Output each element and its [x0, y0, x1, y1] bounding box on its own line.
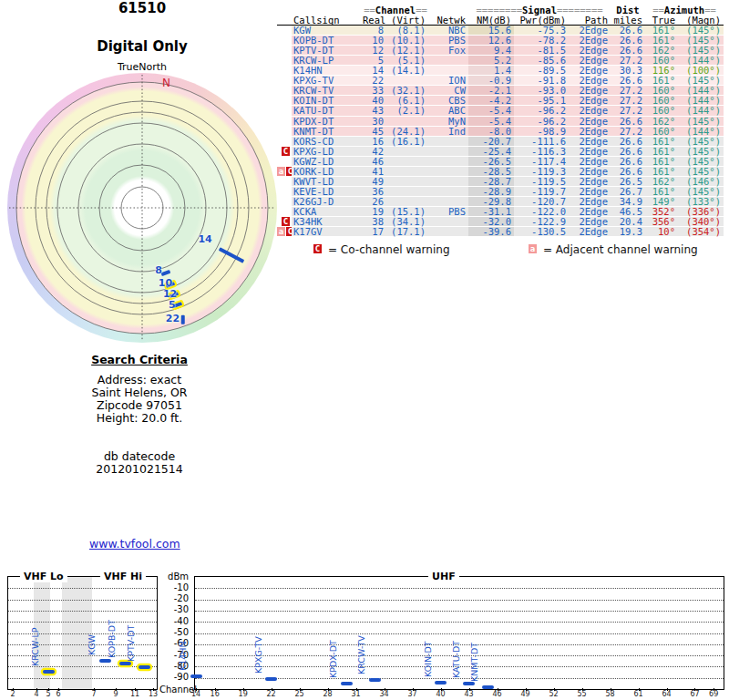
warning-badges: C: [277, 147, 292, 157]
cell-netwk: Ind: [428, 127, 468, 137]
x-axis-tick: [356, 688, 357, 691]
cell-virt: [386, 117, 428, 127]
bar-label-text: KATU-DT: [451, 641, 461, 678]
cell-magn_az: (145°): [678, 137, 724, 147]
cell-true_az: 162°: [645, 117, 678, 127]
x-axis-tick: [94, 688, 95, 691]
x-axis-tick-label: 25: [293, 690, 307, 698]
x-axis-tick-label: 58: [603, 690, 618, 698]
cell-magn_az: (144°): [678, 127, 724, 137]
x-axis-tick-label: 22: [264, 690, 279, 698]
x-axis-tick: [554, 688, 555, 691]
band-label-uhf: UHF: [428, 571, 459, 582]
x-axis-title: Channel: [159, 685, 190, 695]
cell-true_az: 161°: [645, 137, 678, 147]
legend-adjacent-channel-label: = Adjacent channel warning: [543, 243, 698, 256]
gridline: [195, 622, 724, 623]
cell-pwr: -130.5: [514, 227, 569, 237]
x-axis-tick-label: 55: [575, 690, 590, 698]
cell-pwr: -111.6: [514, 137, 569, 147]
search-criteria-block: Search Criteria Address: exact Saint Hel…: [36, 354, 242, 476]
cell-virt: (16.1): [386, 137, 428, 147]
cell-virt: (17.1): [386, 227, 428, 237]
cell-real: 16: [363, 137, 386, 147]
x-axis-tick: [526, 688, 527, 691]
cell-virt: [386, 157, 428, 167]
y-axis-tick-label: -10: [163, 582, 189, 592]
corner: [277, 15, 292, 26]
db-datecode-label: db datecode: [36, 450, 242, 463]
signal-table: ==Channel==========Signal========Dist==A…: [277, 5, 725, 237]
warning-badges: aC: [277, 167, 292, 177]
x-axis-tick: [58, 688, 59, 691]
warning-badges: aC: [277, 227, 292, 237]
y-axis-tick-label: -20: [163, 593, 189, 603]
signal-bar-krcw-lp: [43, 670, 55, 674]
cell-pwr: -96.2: [514, 117, 569, 127]
cell-callsign: KNMT-DT: [292, 127, 363, 137]
cell-netwk: [428, 157, 468, 167]
tvfool-link[interactable]: www.tvfool.com: [89, 537, 180, 551]
cell-netwk: [428, 227, 468, 237]
bar-label-text: K14HN: [178, 642, 188, 672]
signal-bar-kpdx-dt: [341, 682, 353, 685]
cell-netwk: [428, 137, 468, 147]
report-id-title: 61510: [0, 0, 284, 16]
x-axis-tick: [413, 688, 414, 691]
bar-label-text: KOIN-DT: [423, 641, 433, 677]
band-label-vhf-lo: VHF Lo: [20, 571, 67, 582]
radar-tick-marker-ch22: [181, 315, 185, 324]
gridline: [195, 678, 724, 679]
x-axis-tick: [215, 688, 216, 691]
cell-nm: -5.4: [468, 117, 514, 127]
bar-label-text: KPDX-DT: [328, 640, 338, 678]
x-axis-tick: [667, 688, 668, 691]
warning-badges: [277, 56, 292, 66]
y-axis-tick-label: -60: [163, 638, 189, 648]
x-axis-tick-label: 43: [462, 690, 477, 698]
gridline: [195, 666, 724, 667]
radar-marker-label-ch14: 14: [198, 233, 211, 245]
cell-miles: 26.6: [611, 117, 645, 127]
gridline: [195, 655, 724, 656]
x-axis-tick-label: 5: [41, 690, 56, 698]
bar-label-text: KRCW-TV: [356, 636, 366, 675]
cell-path: 2Edge: [569, 137, 611, 147]
x-axis-tick-label: 64: [660, 690, 674, 698]
x-axis-tick: [48, 688, 49, 691]
x-axis-tick-label: 61: [631, 690, 646, 698]
gridline: [195, 611, 724, 612]
cell-magn_az: (145°): [678, 117, 724, 127]
cell-real: 45: [363, 127, 386, 137]
x-axis-tick-label: 6: [51, 690, 66, 698]
bar-label-text: KGW: [87, 634, 97, 655]
x-axis-tick-label: 49: [519, 690, 533, 698]
legend-adjacent-channel: a= Adjacent channel warning: [529, 243, 698, 256]
cell-true_az: 10°: [645, 227, 678, 237]
x-axis-tick: [300, 688, 301, 691]
gridline: [8, 644, 157, 645]
co-channel-warning-icon: C: [282, 217, 290, 226]
cell-virt: (14.1): [386, 66, 428, 76]
signal-bar-kopb-dt: [119, 662, 131, 665]
signal-bar-katu-dt: [463, 682, 475, 685]
cell-nm: -8.0: [468, 127, 514, 137]
warning-badges: [277, 86, 292, 96]
cell-path: 2Edge: [569, 227, 611, 237]
x-axis-tick: [135, 688, 136, 691]
x-axis-tick: [441, 688, 442, 691]
y-axis-unit-label: dBm: [163, 571, 189, 582]
azimuth-radar-plot: N 1481012522: [7, 73, 277, 343]
radar-marker-label-ch22: 22: [166, 313, 180, 324]
gridline: [8, 600, 157, 601]
y-axis-tick-label: -70: [163, 650, 189, 660]
cell-virt: [386, 177, 428, 187]
cell-path: 2Edge: [569, 127, 611, 137]
x-axis-tick: [582, 688, 583, 691]
x-axis-tick: [714, 688, 714, 691]
gridline: [195, 633, 724, 634]
cell-miles: 19.3: [611, 227, 645, 237]
x-axis-tick-label: 7: [87, 690, 101, 698]
bar-label-text: KNMT-DT: [469, 643, 479, 682]
cell-path: 2Edge: [569, 106, 611, 116]
